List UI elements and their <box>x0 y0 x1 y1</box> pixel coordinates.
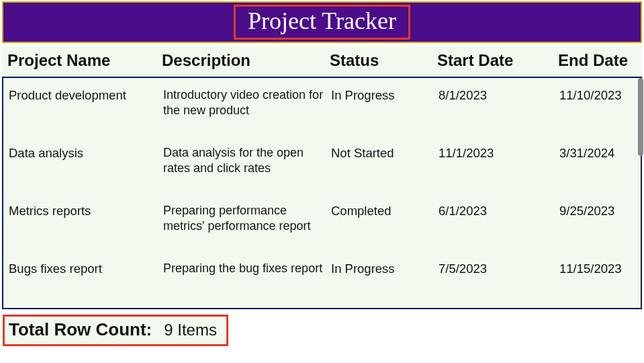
project-table: Project Name Description Status Start Da… <box>2 46 642 309</box>
cell-name: Product development <box>9 87 163 129</box>
table-row: Bugs fixes report Preparing the bug fixe… <box>3 251 641 309</box>
table-header-row: Project Name Description Status Start Da… <box>2 46 642 77</box>
cell-status: Completed <box>331 203 439 245</box>
scrollbar-thumb[interactable] <box>638 78 643 156</box>
title-highlight: Project Tracker <box>234 5 410 40</box>
cell-start: 8/1/2023 <box>439 87 559 129</box>
col-start-date: Start Date <box>437 51 558 70</box>
cell-desc: Preparing performance metrics' performan… <box>163 203 331 243</box>
col-description: Description <box>162 51 330 70</box>
col-project-name: Project Name <box>7 51 162 70</box>
cell-end: 11/10/2023 <box>559 87 640 129</box>
total-row-count-value: 9 Items <box>164 321 217 339</box>
cell-status: Not Started <box>331 145 439 187</box>
cell-start: 6/1/2023 <box>439 203 559 245</box>
cell-start: 11/1/2023 <box>439 145 559 187</box>
footer-highlight: Total Row Count: 9 Items <box>3 315 228 346</box>
cell-end: 3/31/2024 <box>559 145 640 187</box>
col-end-date: End Date <box>558 51 644 70</box>
total-row-count-label: Total Row Count: <box>9 319 152 340</box>
table-row: Data analysis Data analysis for the open… <box>3 136 641 194</box>
cell-desc: Data analysis for the open rates and cli… <box>163 145 331 186</box>
header-bar: Project Tracker <box>2 1 642 43</box>
table-body-wrapper: Product development Introductory video c… <box>2 77 642 309</box>
cell-start: 7/5/2023 <box>439 261 559 302</box>
cell-desc: Preparing the bug fixes report <box>163 261 331 301</box>
cell-end: 11/15/2023 <box>559 261 640 302</box>
col-status: Status <box>330 51 437 70</box>
cell-end: 9/25/2023 <box>559 203 640 245</box>
table-row: Metrics reports Preparing performance me… <box>3 194 641 251</box>
table-row: Product development Introductory video c… <box>3 78 641 136</box>
cell-status: In Progress <box>331 87 439 129</box>
page-title: Project Tracker <box>248 7 396 34</box>
cell-name: Metrics reports <box>9 203 163 245</box>
cell-status: In Progress <box>331 261 439 302</box>
cell-name: Data analysis <box>9 145 163 187</box>
table-body-scroll[interactable]: Product development Introductory video c… <box>2 77 642 309</box>
cell-name: Bugs fixes report <box>9 261 163 302</box>
cell-desc: Introductory video creation for the new … <box>163 87 331 128</box>
